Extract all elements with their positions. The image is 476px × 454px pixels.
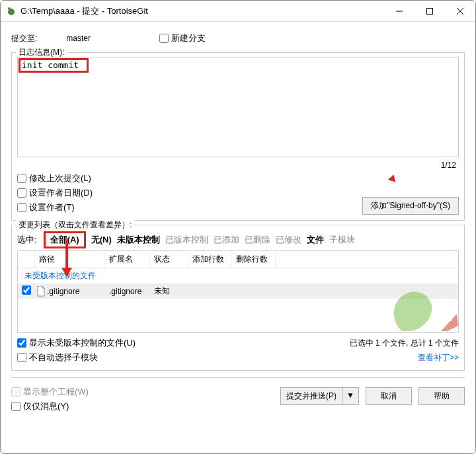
select-label: 选中: (17, 234, 37, 246)
footer-buttons: 提交并推送(P) ▼ 取消 帮助 (280, 385, 465, 405)
content-area: 提交至: master 新建分支 日志信息(M): 1/12 修改上次提交(L) (1, 22, 475, 453)
new-branch-checkbox[interactable]: 新建分支 (159, 31, 206, 46)
filter-none[interactable]: 无(N) (89, 234, 114, 246)
separator (11, 377, 465, 378)
window-title: G:\Temp\aaaa - 提交 - TortoiseGit (20, 5, 384, 17)
highlight-box-filter: 全部(A) (44, 231, 86, 248)
svg-rect-3 (427, 8, 433, 14)
show-whole-project-checkbox: 显示整个工程(W) (11, 385, 89, 399)
selection-status: 已选中 1 个文件, 总计 1 个文件 (350, 338, 459, 349)
row-path: .gitignore (47, 287, 79, 296)
filter-modified: 已修改 (273, 234, 304, 246)
maximize-button[interactable] (415, 1, 445, 21)
file-list[interactable]: 路径 扩展名 状态 添加行数 删除行数 未受版本控制的文件 .gitignore (17, 250, 459, 333)
status-row: 显示未受版本控制的文件(U) 已选中 1 个文件, 总计 1 个文件 (17, 336, 459, 350)
author-date-cb-input[interactable] (17, 188, 26, 198)
no-auto-submodule-cb-input[interactable] (17, 353, 26, 362)
only-message-checkbox[interactable]: 仅仅消息(Y) (11, 399, 89, 414)
new-branch-cb-input[interactable] (159, 34, 169, 43)
help-button[interactable]: 帮助 (418, 387, 465, 405)
char-counter: 1/12 (17, 159, 459, 171)
filter-row: 选中: 全部(A) 无(N) 未版本控制 已版本控制 已添加 已删除 已修改 文… (17, 229, 459, 250)
col-status[interactable]: 状态 (150, 251, 188, 268)
list-header: 路径 扩展名 状态 添加行数 删除行数 (18, 251, 458, 268)
filter-unversioned[interactable]: 未版本控制 (114, 234, 163, 246)
annotation-arrow-icon (388, 173, 398, 182)
filter-deleted: 已删除 (242, 234, 273, 246)
svg-point-6 (448, 317, 452, 321)
show-whole-project-cb-input (11, 387, 20, 397)
filter-versioned: 已版本控制 (163, 234, 211, 246)
author-date-checkbox[interactable]: 设置作者日期(D) (17, 186, 93, 200)
commit-dialog: G:\Temp\aaaa - 提交 - TortoiseGit 提交至: mas… (0, 0, 476, 454)
show-unversioned-cb-input[interactable] (17, 338, 26, 348)
log-fieldset: 日志信息(M): 1/12 修改上次提交(L) 设置作者日期(D) (11, 52, 465, 221)
svg-point-1 (8, 7, 11, 10)
col-checkbox[interactable] (18, 251, 35, 268)
amend-checkbox[interactable]: 修改上次提交(L) (17, 171, 93, 186)
window-controls (384, 1, 475, 21)
signed-off-button[interactable]: 添加"Signed-off-by"(S) (362, 197, 459, 215)
set-author-cb-input[interactable] (17, 203, 26, 212)
set-author-checkbox[interactable]: 设置作者(T) (17, 200, 93, 215)
no-auto-submodule-checkbox[interactable]: 不自动选择子模块 (17, 350, 98, 365)
only-message-cb-input[interactable] (11, 402, 20, 411)
filter-added: 已添加 (211, 234, 242, 246)
branch-name[interactable]: master (66, 34, 91, 43)
filter-all[interactable]: 全部(A) (48, 235, 82, 245)
col-path[interactable]: 路径 (35, 251, 105, 268)
titlebar: G:\Temp\aaaa - 提交 - TortoiseGit (1, 1, 475, 22)
filter-submodules: 子模块 (327, 234, 358, 246)
amend-cb-input[interactable] (17, 174, 26, 183)
minimize-button[interactable] (384, 1, 415, 21)
new-branch-label: 新建分支 (171, 32, 206, 44)
row-add (188, 289, 232, 293)
view-patch-link[interactable]: 查看补丁>> (418, 352, 459, 363)
close-button[interactable] (445, 1, 475, 21)
changes-fieldset: 变更列表（双击文件查看差异）: 选中: 全部(A) 无(N) 未版本控制 已版本… (11, 225, 465, 371)
row-status: 未知 (150, 284, 188, 299)
row-del (232, 289, 276, 293)
commit-push-button[interactable]: 提交并推送(P) ▼ (280, 387, 359, 405)
show-unversioned-checkbox[interactable]: 显示未受版本控制的文件(U) (17, 336, 136, 350)
row-checkbox[interactable] (22, 285, 31, 295)
file-icon (36, 286, 46, 297)
commit-message-input[interactable] (17, 57, 459, 157)
col-del-lines[interactable]: 删除行数 (232, 251, 276, 268)
row-ext: .gitignore (105, 285, 150, 298)
commit-to-label: 提交至: (11, 33, 37, 44)
commit-dropdown[interactable]: ▼ (342, 388, 358, 404)
commit-to-row: 提交至: master 新建分支 (11, 28, 465, 48)
col-ext[interactable]: 扩展名 (105, 251, 150, 268)
watermark-icon (379, 280, 458, 332)
cancel-button[interactable]: 取消 (366, 387, 412, 405)
filter-files[interactable]: 文件 (304, 234, 327, 246)
status-row-2: 不自动选择子模块 查看补丁>> (17, 350, 459, 365)
col-add-lines[interactable]: 添加行数 (188, 251, 232, 268)
tortoisegit-icon (6, 6, 17, 17)
